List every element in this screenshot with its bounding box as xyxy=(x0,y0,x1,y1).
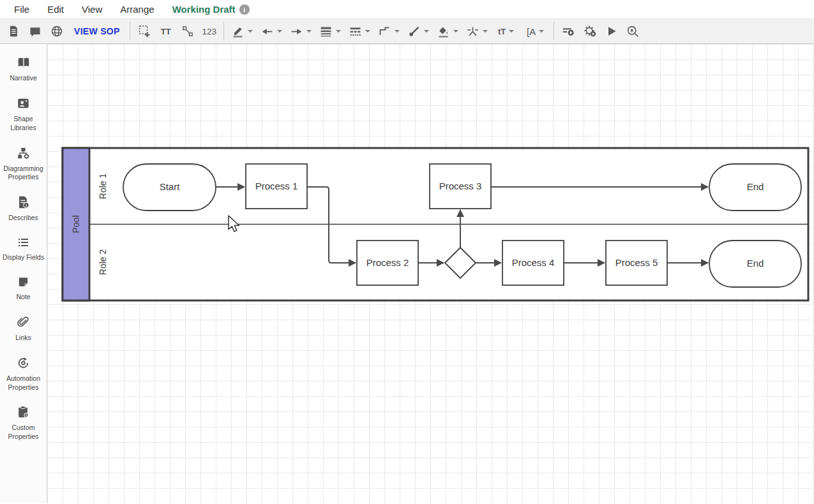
node-process5[interactable]: Process 5 xyxy=(606,241,667,285)
fill-color-button[interactable] xyxy=(433,22,462,41)
marquee-select-button[interactable] xyxy=(133,22,155,41)
font-size-button[interactable]: tT xyxy=(492,22,521,41)
sidebar-item-label: Display Fields xyxy=(3,253,44,262)
menu-file[interactable]: File xyxy=(5,4,38,15)
svg-text:Process 2: Process 2 xyxy=(366,257,409,268)
node-end-role2[interactable]: End xyxy=(709,241,801,287)
line-color-button[interactable] xyxy=(227,22,257,41)
chevron-down-icon xyxy=(539,30,544,33)
sidebar-item-label: Narrative xyxy=(10,74,37,83)
sidebar-item-shape-libraries[interactable]: Shape Libraries xyxy=(0,90,47,140)
arrowhead-start-icon xyxy=(260,25,274,38)
line-width-button[interactable] xyxy=(315,22,345,41)
document-icon xyxy=(7,25,20,38)
connector-style-button[interactable] xyxy=(374,22,403,41)
text-tool-button[interactable]: TT xyxy=(155,22,177,41)
chevron-down-icon xyxy=(248,30,253,33)
sidebar-item-label: Automation Properties xyxy=(1,374,45,392)
toolbar-divider xyxy=(223,22,224,40)
globe-icon xyxy=(50,25,63,38)
paperclip-icon xyxy=(17,315,31,329)
sidebar-item-describes[interactable]: i Describes xyxy=(0,189,47,230)
sidebar-item-label: Note xyxy=(16,293,30,302)
filter-run-button[interactable] xyxy=(557,22,579,41)
automation-settings-button[interactable] xyxy=(579,22,601,41)
number-tool-button[interactable]: 123 xyxy=(199,22,220,41)
arrowhead-end-icon xyxy=(290,25,303,38)
chevron-down-icon xyxy=(424,30,429,33)
automation-gear-icon xyxy=(583,24,597,38)
sidebar-item-label: Links xyxy=(15,334,31,343)
svg-text:End: End xyxy=(747,258,764,269)
sidebar-item-automation-properties[interactable]: Automation Properties xyxy=(0,350,47,399)
font-size-icon: tT xyxy=(498,27,506,36)
diagram-canvas[interactable]: Pool Role 1 Role 2 Start xyxy=(47,44,814,503)
line-style-button[interactable] xyxy=(345,22,374,41)
info-icon[interactable]: i xyxy=(239,4,250,15)
sidebar-item-custom-properties[interactable]: Custom Properties xyxy=(0,399,47,448)
lane-label-role2: Role 2 xyxy=(98,249,108,276)
chevron-down-icon xyxy=(509,30,514,33)
view-sop-button[interactable]: VIEW SOP xyxy=(68,22,126,41)
number-tool-icon: 123 xyxy=(202,27,216,36)
diagram-gear-icon xyxy=(16,146,31,160)
chevron-down-icon xyxy=(365,30,370,33)
zoom-button[interactable] xyxy=(622,22,644,41)
chevron-down-icon xyxy=(336,30,341,33)
document-info-icon: i xyxy=(16,195,31,209)
text-block-button[interactable]: [A xyxy=(521,22,550,41)
node-process1[interactable]: Process 1 xyxy=(246,164,307,209)
elbow-connector-icon xyxy=(378,25,391,38)
node-process3[interactable]: Process 3 xyxy=(430,164,491,209)
text-block-icon: [A xyxy=(527,26,536,37)
menu-view[interactable]: View xyxy=(73,4,111,15)
svg-text:Process 5: Process 5 xyxy=(615,257,658,268)
arrowhead-end-button[interactable] xyxy=(286,22,315,41)
sidebar-item-label: Diagramming Properties xyxy=(1,165,45,182)
view-sop-label: VIEW SOP xyxy=(68,26,126,36)
menu-edit[interactable]: Edit xyxy=(38,4,73,15)
brush-icon xyxy=(407,25,421,38)
svg-text:Process 3: Process 3 xyxy=(439,181,482,191)
connection-point-icon xyxy=(466,25,479,38)
sidebar-item-display-fields[interactable]: Display Fields xyxy=(0,230,47,269)
comment-button[interactable] xyxy=(24,22,46,41)
pool-label: Pool xyxy=(71,215,81,233)
document-button[interactable] xyxy=(3,22,24,41)
play-icon xyxy=(605,25,618,38)
node-process2[interactable]: Process 2 xyxy=(357,241,418,285)
filter-run-icon xyxy=(561,24,575,38)
svg-text:Process 1: Process 1 xyxy=(255,181,298,191)
chevron-down-icon xyxy=(483,30,488,33)
marquee-select-icon xyxy=(137,24,151,38)
chevron-down-icon xyxy=(306,30,312,33)
connection-point-button[interactable] xyxy=(462,22,492,41)
svg-text:i: i xyxy=(26,203,27,207)
sidebar-item-narrative[interactable]: Narrative xyxy=(0,49,47,90)
shape-library-icon xyxy=(16,96,31,110)
node-end-role1[interactable]: End xyxy=(709,164,801,211)
note-icon xyxy=(16,276,31,288)
play-button[interactable] xyxy=(601,22,622,41)
node-process4[interactable]: Process 4 xyxy=(502,241,564,285)
arrowhead-start-button[interactable] xyxy=(257,22,286,41)
connector-tool-button[interactable] xyxy=(177,22,199,41)
sidebar-item-links[interactable]: Links xyxy=(0,309,47,350)
chevron-down-icon xyxy=(395,30,400,33)
language-button[interactable] xyxy=(46,22,68,41)
sidebar-item-label: Describes xyxy=(8,214,38,223)
brush-button[interactable] xyxy=(403,22,433,41)
text-tool-icon: TT xyxy=(161,27,171,36)
line-style-icon xyxy=(349,25,362,38)
sidebar-item-diagramming-properties[interactable]: Diagramming Properties xyxy=(0,140,47,189)
line-color-pencil-icon xyxy=(231,25,245,38)
automation-icon xyxy=(16,356,31,370)
menu-arrange[interactable]: Arrange xyxy=(111,4,163,15)
document-status[interactable]: Working Draft xyxy=(163,4,239,15)
chevron-down-icon xyxy=(453,30,458,33)
sidebar-item-label: Custom Properties xyxy=(1,424,45,441)
node-start[interactable]: Start xyxy=(123,164,216,211)
lane-label-role1: Role 1 xyxy=(98,174,108,200)
sidebar-item-note[interactable]: Note xyxy=(0,269,47,309)
svg-text:Start: Start xyxy=(160,181,181,192)
